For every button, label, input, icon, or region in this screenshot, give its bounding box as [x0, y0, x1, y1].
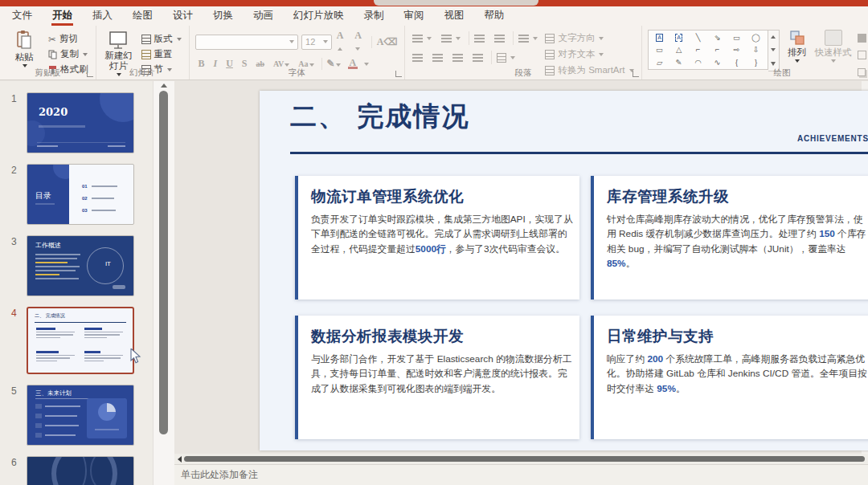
- freeform-shape-icon[interactable]: ✎: [676, 58, 682, 67]
- tab-slideshow[interactable]: 幻灯片放映: [293, 6, 345, 26]
- current-slide[interactable]: 二、 完成情况 ACHIEVEMENTS 物流订单管理系统优化 负责开发了订单实…: [260, 91, 868, 450]
- slide-4-thumbnail-selected[interactable]: 二、 完成情况: [27, 307, 134, 374]
- decrease-indent-button[interactable]: [469, 31, 486, 45]
- slide-subtitle-text[interactable]: ACHIEVEMENTS: [797, 134, 868, 143]
- quick-styles-button[interactable]: 快速样式: [815, 30, 852, 63]
- slide-title-textbox[interactable]: 二、 完成情况: [290, 99, 470, 135]
- slide-2-thumbnail[interactable]: 目录 01 02 03: [27, 164, 134, 225]
- dialog-launcher-icon[interactable]: [633, 71, 639, 77]
- parallelogram-shape-icon[interactable]: ▱: [657, 58, 662, 67]
- tab-file[interactable]: 文件: [11, 6, 33, 26]
- scroll-up-icon[interactable]: [771, 35, 776, 39]
- tab-review[interactable]: 审阅: [403, 6, 425, 26]
- text-direction-button[interactable]: 文字方向: [543, 31, 635, 45]
- triangle-shape-icon[interactable]: △: [676, 45, 682, 54]
- shape-outline-button[interactable]: 形状轮廓: [856, 48, 868, 62]
- right-brace-shape-icon[interactable]: }: [755, 58, 757, 67]
- shape-fill-button[interactable]: 形状填充: [856, 31, 868, 45]
- slide-5-thumbnail[interactable]: 三、未来计划: [27, 385, 134, 446]
- elbow-arrow-connector-icon[interactable]: ⌐: [715, 45, 720, 54]
- group-paragraph: 文字方向 对齐文本 转换为 SmartArt 段落: [404, 26, 641, 79]
- chevron-down-icon: [795, 59, 800, 63]
- slide-6-thumbnail[interactable]: [27, 456, 134, 485]
- copy-button[interactable]: 复制: [47, 47, 90, 61]
- oval-shape-icon[interactable]: ◯: [751, 33, 760, 42]
- scroll-up-icon[interactable]: [161, 84, 167, 88]
- grow-font-button[interactable]: A: [335, 30, 350, 54]
- textbox-shape-icon[interactable]: A: [675, 34, 682, 42]
- tab-design[interactable]: 设计: [172, 6, 194, 26]
- tab-home[interactable]: 开始: [51, 6, 73, 26]
- justify-button[interactable]: [471, 51, 485, 64]
- line-spacing-button[interactable]: [513, 31, 539, 45]
- group-drawing: A A ╲ ⇘ ▭ ◯ ▭ △ ⌐ ⌐ ⇨ ⇩ ▱ ✎ ◠ ∿ { }: [641, 26, 868, 79]
- columns-button[interactable]: [491, 51, 517, 64]
- horizontal-scrollbar[interactable]: [174, 454, 868, 464]
- card-maintenance-support[interactable]: 日常维护与支持 响应了约 200 个系统故障工单，高峰期服务器负载过高紧急优化。…: [591, 316, 868, 439]
- scrollbar-thumb[interactable]: [184, 456, 865, 462]
- slide-1-thumbnail[interactable]: 2020: [27, 92, 134, 153]
- font-size-combobox[interactable]: 12: [301, 35, 332, 50]
- rectangle-shape-icon[interactable]: ▭: [733, 33, 740, 42]
- scroll-left-icon[interactable]: [178, 456, 182, 463]
- chevron-down-icon: [831, 59, 836, 63]
- shapes-gallery[interactable]: A A ╲ ⇘ ▭ ◯ ▭ △ ⌐ ⌐ ⇨ ⇩ ▱ ✎ ◠ ∿ { }: [648, 30, 768, 70]
- arrange-button[interactable]: 排列: [784, 30, 811, 63]
- tab-view[interactable]: 视图: [444, 6, 465, 26]
- reset-button[interactable]: 重置: [140, 47, 183, 61]
- paste-button[interactable]: 粘贴: [6, 30, 43, 67]
- clear-formatting-button[interactable]: A⌫: [371, 36, 399, 48]
- card-inventory-system[interactable]: 库存管理系统升级 针对仓库高峰期库存波动大的情况，优化了库存预警算法，使用 Re…: [591, 176, 868, 300]
- font-name-combobox[interactable]: [195, 35, 299, 50]
- slide-3-thumbnail[interactable]: 工作概述 IT: [27, 235, 134, 296]
- tab-transitions[interactable]: 切换: [212, 6, 234, 26]
- bullets-button[interactable]: [411, 31, 433, 45]
- tab-animations[interactable]: 动画: [252, 6, 274, 26]
- shrink-font-button[interactable]: A: [353, 30, 368, 54]
- slide-divider-line[interactable]: [290, 152, 868, 154]
- notes-placeholder: 单击此处添加备注: [181, 468, 258, 482]
- arrow-shape-icon[interactable]: ⇘: [714, 33, 721, 42]
- search-box-edge[interactable]: [374, 0, 538, 6]
- tab-help[interactable]: 帮助: [484, 6, 506, 26]
- tab-draw[interactable]: 绘图: [132, 6, 154, 26]
- dialog-launcher-icon[interactable]: [395, 71, 402, 77]
- thumb-circle-label: IT: [105, 260, 111, 267]
- numbering-button[interactable]: [440, 31, 462, 45]
- scrollbar-thumb[interactable]: [159, 91, 168, 434]
- thumbnail-row-5: 5 三、未来计划: [0, 385, 153, 446]
- curve-shape-icon[interactable]: ∿: [714, 58, 721, 67]
- card-body: 响应了约 200 个系统故障工单，高峰期服务器负载过高紧急优化。协助搭建 Git…: [607, 352, 868, 396]
- card-logistics-system[interactable]: 物流订单管理系统优化 负责开发了订单实时跟踪模块，集成第三方地图API，实现了从…: [295, 176, 579, 300]
- rounded-rect-shape-icon[interactable]: ▭: [656, 45, 663, 54]
- card-body: 针对仓库高峰期库存波动大的情况，优化了库存预警算法，使用 Redis 缓存机制减…: [607, 212, 868, 271]
- toc-item-number: 01: [82, 184, 88, 189]
- arc-shape-icon[interactable]: ◠: [694, 58, 701, 67]
- dialog-launcher-icon[interactable]: [87, 71, 93, 77]
- shapes-gallery-scroll[interactable]: [768, 30, 780, 71]
- align-center-button[interactable]: [431, 51, 444, 64]
- thumb-footer-bar: [108, 145, 125, 147]
- textbox-shape-icon[interactable]: A: [656, 34, 663, 42]
- increase-indent-button[interactable]: [493, 31, 506, 45]
- down-arrow-shape-icon[interactable]: ⇩: [753, 45, 760, 54]
- elbow-connector-icon[interactable]: ⌐: [696, 45, 701, 54]
- thumbnail-scrollbar[interactable]: [153, 81, 174, 485]
- layout-button[interactable]: 版式: [140, 32, 183, 46]
- tab-record[interactable]: 录制: [363, 6, 385, 26]
- right-arrow-shape-icon[interactable]: ⇨: [734, 45, 740, 54]
- thumb-title: 工作概述: [35, 241, 61, 250]
- gallery-more-icon[interactable]: [771, 62, 776, 66]
- notes-pane[interactable]: 单击此处添加备注: [174, 464, 868, 485]
- align-left-button[interactable]: [411, 51, 424, 64]
- thumb-title: 2020: [39, 106, 68, 118]
- achievement-cards: 物流订单管理系统优化 负责开发了订单实时跟踪模块，集成第三方地图API，实现了从…: [295, 176, 868, 439]
- cut-button[interactable]: ✂ 剪切: [47, 32, 90, 46]
- scroll-down-icon[interactable]: [771, 48, 776, 51]
- line-shape-icon[interactable]: ╲: [696, 33, 701, 42]
- align-text-button[interactable]: 对齐文本: [543, 47, 635, 61]
- tab-insert[interactable]: 插入: [92, 6, 113, 26]
- card-data-analysis[interactable]: 数据分析报表模块开发 与业务部门合作，开发了基于 Elasticsearch 的…: [295, 316, 579, 439]
- align-right-button[interactable]: [451, 51, 465, 64]
- left-brace-shape-icon[interactable]: {: [735, 58, 738, 67]
